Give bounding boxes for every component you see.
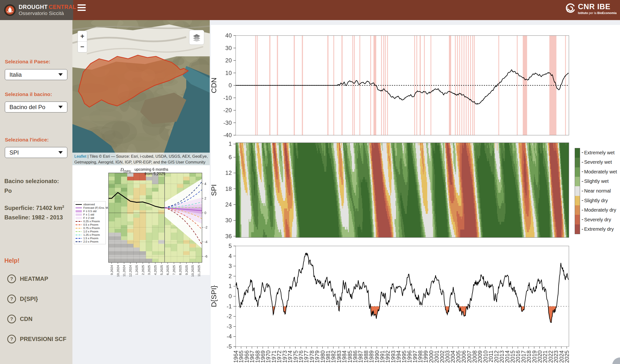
app-root: DROUGHT CENTRAL Osservatorio Siccità i C…	[0, 0, 620, 364]
help-item-previsioni-scf[interactable]: ?PREVISIONI SCF	[7, 335, 66, 343]
legend-label: 2.0 x Pnorm	[83, 240, 98, 243]
legend-sample-dash	[76, 224, 82, 225]
legend-label: F ± 1 std	[83, 213, 94, 216]
index-select[interactable]: SPI	[5, 147, 67, 158]
title-central: CENTRAL	[49, 4, 76, 10]
legend-sample-line	[76, 207, 82, 208]
map-attribution: Leaflet | Tiles © Esri — Source: Esri, i…	[72, 153, 210, 166]
legend-item: 0.25 x Pnorm	[76, 220, 104, 223]
colorbar-segment	[575, 205, 580, 215]
country-select[interactable]: Italia	[5, 69, 67, 80]
baseline-info: Baseline: 1982 - 2013	[4, 214, 63, 221]
layers-button[interactable]	[189, 30, 204, 45]
legend-item: observed	[76, 203, 104, 206]
legend-label: 0.5 x Pnorm	[83, 223, 98, 226]
legend-sample-fill	[76, 210, 82, 212]
colorbar-segment	[575, 148, 580, 158]
legend-label: 0.25 x Pnorm	[83, 220, 100, 223]
chevron-down-icon	[58, 106, 63, 108]
legend-item: F ± 2 std	[76, 216, 104, 220]
legend-item: 0.5 x Pnorm	[76, 223, 104, 226]
legend-sample-fill	[76, 214, 82, 216]
legend-sample-dash	[76, 228, 82, 229]
menu-hamburger-icon[interactable]	[78, 4, 86, 12]
selected-basin-label: Bacino selezionato:	[4, 178, 59, 185]
help-item-label: PREVISIONI SCF	[20, 336, 66, 342]
zoom-in-button[interactable]: +	[78, 31, 87, 42]
question-icon: ?	[7, 315, 16, 323]
title-subtitle: Osservatorio Siccità	[19, 10, 76, 16]
legend-item: F ± 0.5 std	[76, 209, 104, 213]
legend-sample-dash	[76, 231, 82, 232]
colorbar-segment	[575, 177, 580, 186]
colorbar-label: Severely dry	[582, 217, 611, 222]
colorbar-label: Slightly dry	[582, 198, 608, 204]
index-select-value: SPI	[9, 149, 19, 156]
index-select-label: Seleziona l'indice:	[5, 137, 49, 143]
colorbar-label: Near normal	[582, 188, 611, 194]
legend-label: 1.25 x Pnorm	[83, 233, 100, 236]
leaflet-link[interactable]: Leaflet	[74, 154, 86, 159]
country-select-value: Italia	[9, 71, 22, 78]
zoom-out-button[interactable]: −	[78, 42, 87, 52]
legend-label: 1.0 x Pnorm	[83, 230, 98, 233]
spi-heatmap-image	[236, 143, 569, 237]
cnr-ibe-logo: CNR IBE Istituto per la BioEconomia	[565, 2, 617, 15]
logo-block: DROUGHT CENTRAL Osservatorio Siccità	[0, 0, 73, 20]
attribution-text: | Tiles © Esri — Source: Esri, i-cubed, …	[74, 154, 208, 164]
layers-icon	[193, 33, 201, 42]
question-icon: ?	[7, 275, 16, 283]
selected-basin-value: Po	[4, 188, 12, 194]
help-item-cdn[interactable]: ?CDN	[7, 315, 32, 323]
colorbar-segment	[575, 224, 580, 234]
country-select-label: Seleziona il Paese:	[5, 59, 50, 65]
legend-label: F ± 2 std	[83, 217, 94, 219]
colorbar-label: Extremely dry	[582, 226, 614, 232]
legend-label: 1.5 x Pnorm	[83, 237, 98, 240]
colorbar-label: Severely wet	[582, 159, 612, 165]
legend-sample-dash	[76, 241, 82, 242]
legend-item: 2.0 x Pnorm	[76, 240, 104, 243]
help-item-heatmap[interactable]: ?HEATMAP	[7, 275, 48, 283]
title-drought: DROUGHT	[19, 4, 48, 10]
legend-sample-dash	[76, 235, 82, 235]
colorbar-segment	[575, 215, 580, 224]
spi-colorbar	[575, 148, 580, 234]
legend-item: 1.5 x Pnorm	[76, 236, 104, 240]
drought-central-logo-icon	[4, 4, 16, 16]
legend-item: Forecast (F) Ens. M.	[76, 206, 104, 209]
question-icon: ?	[7, 295, 16, 303]
sidebar: Seleziona il Paese: Italia Seleziona il …	[0, 20, 72, 364]
legend-label: F ± 0.5 std	[83, 210, 96, 213]
surface-info: Superficie: 71402 km2	[4, 204, 64, 211]
legend-item: 1.25 x Pnorm	[76, 233, 104, 236]
colorbar-segment	[575, 186, 580, 196]
legend-sample-fill	[76, 217, 82, 219]
basin-select[interactable]: Bacino del Po	[5, 102, 67, 113]
colorbar-segment	[575, 167, 580, 177]
chevron-down-icon	[58, 73, 63, 76]
help-item-d-spi-[interactable]: ?D{SPI}	[7, 295, 38, 303]
help-item-label: HEATMAP	[20, 276, 48, 282]
colorbar-label: Moderately wet	[582, 169, 617, 175]
colorbar-segment	[575, 158, 580, 167]
help-item-label: D{SPI}	[20, 296, 38, 302]
colorbar-label: Extremely wet	[582, 150, 615, 156]
legend-item: F ± 1 std	[76, 213, 104, 216]
legend-sample-dash	[76, 238, 82, 239]
app-title: DROUGHT CENTRAL Osservatorio Siccità	[19, 4, 76, 16]
help-title: Help!	[4, 257, 20, 264]
map-zoom-control: + −	[78, 31, 87, 53]
legend-item: 0.75 x Pnorm	[76, 226, 104, 230]
colorbar-label: Moderately dry	[582, 207, 616, 213]
legend-sample-dash	[76, 221, 82, 222]
legend-label: 0.75 x Pnorm	[83, 227, 100, 230]
legend-item: 1.0 x Pnorm	[76, 230, 104, 233]
legend-label: Forecast (F) Ens. M.	[83, 206, 109, 209]
cnr-name: CNR IBE	[578, 2, 617, 11]
cnr-subtitle: Istituto per la BioEconomia	[578, 11, 617, 15]
legend-label: observed	[83, 203, 95, 206]
legend-sample-line	[76, 204, 82, 205]
help-item-label: CDN	[20, 316, 32, 322]
forecast-legend: observedForecast (F) Ens. M.F ± 0.5 stdF…	[74, 201, 106, 244]
